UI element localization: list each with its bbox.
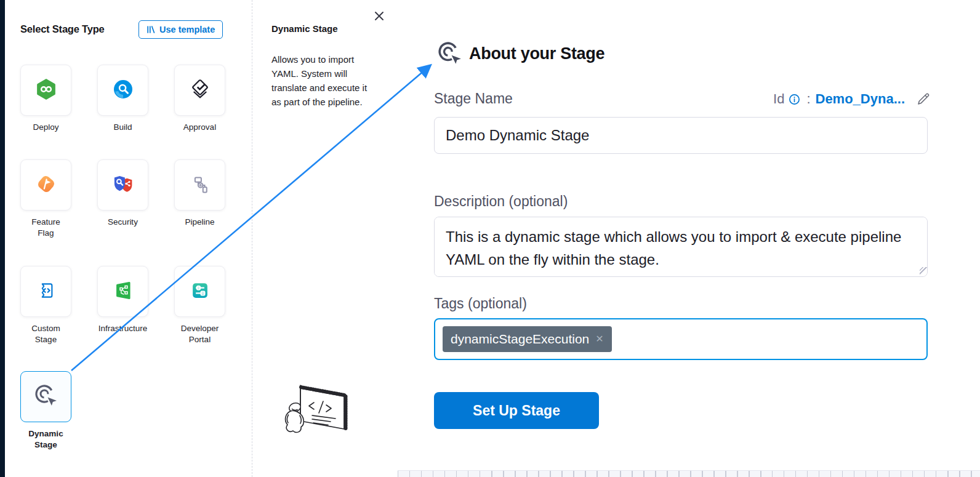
select-stage-type-title: Select Stage Type (20, 23, 105, 35)
template-library-icon (147, 25, 155, 34)
build-icon (111, 77, 135, 104)
stage-tile-label: Approval (154, 122, 246, 133)
stage-name-input[interactable] (434, 117, 928, 154)
approval-icon (188, 77, 212, 104)
dynamic-stage-icon (437, 41, 463, 69)
textarea-resize-grip[interactable] (920, 267, 927, 275)
left-nav-edge (0, 0, 5, 477)
infrastructure-icon (111, 278, 135, 305)
pipeline-canvas-grid-edge (398, 470, 980, 477)
stage-id-row: Id : Demo_Dyna... (773, 91, 931, 107)
tags-label: Tags (optional) (434, 295, 527, 312)
dynamic-stage-icon (34, 383, 58, 411)
deploy-icon (34, 77, 58, 104)
stage-setup-screen: Select Stage Type Use template Deploy Bu… (0, 0, 980, 477)
stage-tile-developer-portal[interactable]: Developer Portal (174, 266, 225, 317)
tag-chip: dynamicStageExecution ✕ (443, 326, 612, 352)
about-stage-heading: About your Stage (469, 44, 604, 63)
drawer-title: Dynamic Stage (271, 23, 338, 34)
pipeline-icon (188, 172, 212, 199)
stage-id-value: Demo_Dyna... (816, 91, 906, 107)
feature-flag-icon (34, 172, 58, 199)
use-template-button[interactable]: Use template (139, 20, 223, 39)
stage-name-label: Stage Name (434, 90, 513, 107)
stage-tile-infrastructure[interactable]: Infrastructure (97, 266, 148, 317)
stage-tile-label: Developer Portal (154, 323, 246, 345)
id-separator: : (806, 91, 810, 107)
stage-tile-custom-stage[interactable]: Custom Stage (20, 266, 71, 317)
pencil-icon[interactable] (916, 92, 931, 106)
panel-divider (252, 0, 252, 477)
stage-tile-security[interactable]: Security (97, 159, 148, 210)
info-icon[interactable] (789, 94, 800, 105)
stage-tile-dynamic-stage[interactable]: Dynamic Stage (20, 371, 71, 422)
close-icon[interactable] (372, 9, 387, 23)
set-up-stage-button[interactable]: Set Up Stage (434, 392, 599, 429)
description-textarea[interactable]: This is a dynamic stage which allows you… (434, 217, 928, 277)
tag-chip-text: dynamicStageExecution (451, 332, 589, 347)
developer-portal-icon (188, 278, 212, 305)
stage-tile-build[interactable]: Build (97, 65, 148, 116)
tags-input[interactable]: dynamicStageExecution ✕ (434, 318, 928, 360)
presenter-illustration (280, 380, 359, 446)
custom-stage-icon (34, 278, 58, 305)
stage-tile-feature-flag[interactable]: Feature Flag (20, 159, 71, 210)
stage-tile-approval[interactable]: Approval (174, 65, 225, 116)
tag-remove-icon[interactable]: ✕ (595, 334, 603, 344)
stage-tile-deploy[interactable]: Deploy (20, 65, 71, 116)
description-label: Description (optional) (434, 193, 568, 210)
id-label: Id (773, 91, 784, 107)
drawer-description: Allows you to import YAML. System will t… (271, 52, 376, 109)
security-icon (111, 172, 135, 199)
stage-tile-label: Pipeline (154, 217, 246, 228)
use-template-label: Use template (159, 25, 215, 34)
stage-tile-pipeline[interactable]: Pipeline (174, 159, 225, 210)
stage-tile-label: Dynamic Stage (0, 428, 92, 450)
